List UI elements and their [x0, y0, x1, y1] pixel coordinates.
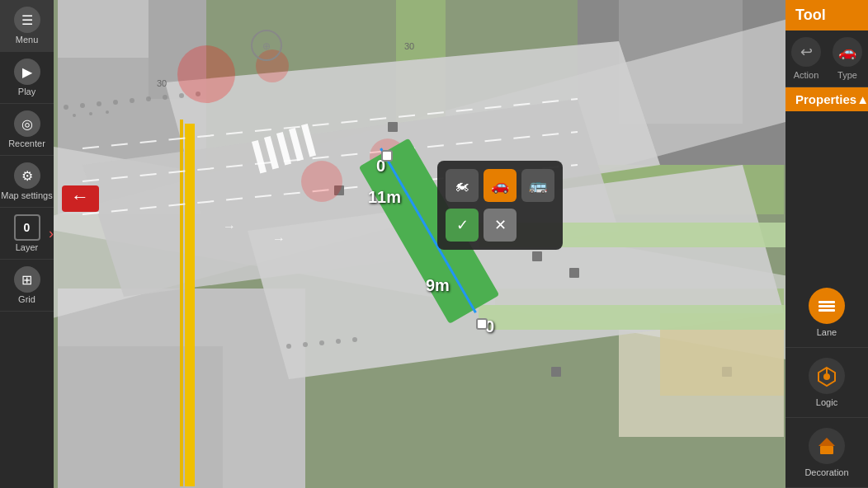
- play-button[interactable]: ▶ Play: [0, 52, 54, 104]
- layer-button[interactable]: 0 Layer ›: [0, 208, 54, 260]
- svg-point-40: [303, 342, 308, 347]
- svg-point-32: [146, 96, 151, 101]
- decoration-label: Decoration: [804, 467, 848, 477]
- svg-marker-73: [818, 438, 835, 446]
- popup-bike-button[interactable]: 🏍: [446, 169, 479, 202]
- svg-rect-7: [58, 346, 223, 488]
- svg-rect-48: [551, 367, 561, 377]
- svg-rect-46: [532, 251, 542, 261]
- decoration-icon: [809, 428, 845, 464]
- svg-text:←: ←: [71, 186, 89, 207]
- layer-label: Layer: [16, 242, 39, 252]
- svg-point-43: [352, 337, 357, 342]
- recenter-label: Recenter: [8, 138, 45, 148]
- tool-options: ↩ Action 🚗 Type: [785, 30, 868, 87]
- svg-point-39: [286, 344, 291, 349]
- svg-rect-66: [818, 301, 835, 303]
- map-area[interactable]: ← → → 30 30 ⊕ 0 11m 9m 0: [0, 0, 868, 488]
- svg-point-33: [163, 95, 167, 100]
- left-sidebar: ☰ Menu ▶ Play ◎ Recenter ⚙ Map settings …: [0, 0, 54, 488]
- popup-cancel-button[interactable]: ✕: [484, 209, 517, 242]
- right-sidebar: Tool ↩ Action 🚗 Type Properties ▲ Lane: [785, 0, 868, 488]
- grid-button[interactable]: ⊞ Grid: [0, 260, 54, 312]
- properties-label: Properties: [795, 92, 856, 106]
- logic-icon: [809, 358, 845, 394]
- menu-button[interactable]: ☰ Menu: [0, 0, 54, 52]
- logic-tool-button[interactable]: Logic: [785, 348, 868, 418]
- logic-label: Logic: [816, 397, 837, 407]
- svg-point-52: [256, 49, 289, 82]
- distance-label-11m: 11m: [368, 188, 401, 207]
- svg-point-31: [130, 98, 134, 103]
- action-label: Action: [794, 70, 819, 80]
- action-tool-option[interactable]: ↩ Action: [785, 30, 827, 87]
- svg-point-51: [177, 45, 235, 103]
- svg-point-29: [97, 101, 101, 106]
- properties-header[interactable]: Properties ▲: [785, 87, 868, 111]
- svg-rect-72: [820, 446, 833, 454]
- svg-point-42: [336, 339, 341, 344]
- svg-rect-68: [818, 309, 835, 312]
- grid-icon: ⊞: [14, 266, 40, 293]
- popup-confirm-button[interactable]: ✓: [446, 209, 479, 242]
- recenter-button[interactable]: ◎ Recenter: [0, 104, 54, 156]
- recenter-icon: ◎: [14, 110, 40, 137]
- waypoint-bottom[interactable]: [476, 318, 488, 330]
- lane-tool-button[interactable]: Lane: [785, 278, 868, 348]
- waypoint-top[interactable]: [381, 150, 393, 162]
- svg-text:→: →: [272, 232, 285, 246]
- tool-header: Tool: [785, 0, 868, 30]
- svg-point-30: [113, 100, 118, 105]
- properties-collapse-icon[interactable]: ▲: [856, 92, 868, 106]
- svg-rect-44: [388, 122, 398, 132]
- layer-arrow-icon: ›: [49, 225, 54, 242]
- svg-point-28: [80, 103, 85, 108]
- popup-action-row: ✓ ✕: [446, 209, 554, 242]
- type-tool-option[interactable]: 🚗 Type: [827, 30, 868, 87]
- svg-text:30: 30: [404, 41, 414, 51]
- svg-rect-47: [569, 268, 579, 278]
- grid-label: Grid: [18, 294, 35, 304]
- svg-text:→: →: [223, 219, 236, 233]
- lane-icon: [809, 288, 845, 324]
- layer-number: 0: [14, 214, 40, 241]
- settings-icon: ⚙: [14, 162, 40, 189]
- map-settings-label: Map settings: [1, 190, 52, 200]
- svg-point-38: [106, 110, 109, 114]
- menu-icon: ☰: [14, 7, 40, 33]
- menu-label: Menu: [16, 35, 39, 45]
- distance-label-9m: 9m: [426, 276, 450, 295]
- svg-point-36: [73, 114, 76, 117]
- svg-point-27: [64, 105, 68, 110]
- map-settings-button[interactable]: ⚙ Map settings: [0, 156, 54, 208]
- play-icon: ▶: [14, 59, 40, 85]
- floating-popup: 🏍 🚗 🚌 ✓ ✕: [437, 161, 563, 250]
- popup-car-button[interactable]: 🚗: [484, 169, 517, 202]
- popup-bus-button[interactable]: 🚌: [521, 169, 554, 202]
- svg-point-37: [89, 112, 92, 115]
- action-icon: ↩: [791, 37, 821, 67]
- svg-point-41: [319, 340, 324, 345]
- svg-text:⊕: ⊕: [262, 40, 271, 52]
- lane-label: Lane: [817, 327, 837, 337]
- svg-text:30: 30: [157, 78, 167, 88]
- type-icon: 🚗: [833, 37, 862, 67]
- play-label: Play: [18, 87, 35, 96]
- svg-rect-67: [818, 305, 835, 307]
- svg-rect-65: [479, 305, 792, 330]
- decoration-tool-button[interactable]: Decoration: [785, 418, 868, 488]
- svg-point-70: [823, 373, 830, 380]
- popup-vehicle-row: 🏍 🚗 🚌: [446, 169, 554, 202]
- type-label: Type: [837, 70, 857, 80]
- svg-point-34: [179, 93, 184, 98]
- svg-point-53: [301, 161, 342, 202]
